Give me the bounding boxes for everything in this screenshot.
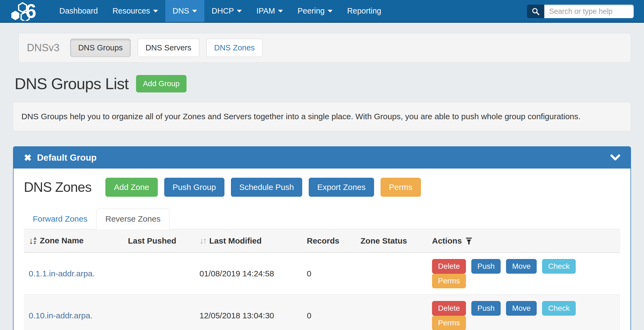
move-button[interactable]: Move <box>506 301 536 316</box>
description-well: DNS Groups help you to organize all of y… <box>13 102 631 131</box>
table-header-row: ↓AZ Zone Name Last Pushed ↓↑ Last Modifi… <box>24 229 620 253</box>
main-content: DNSv3 DNS Groups DNS Servers DNS Zones D… <box>0 33 644 330</box>
check-button[interactable]: Check <box>542 259 575 274</box>
global-search <box>527 5 634 18</box>
nav-item-dns[interactable]: DNS <box>165 0 204 22</box>
zones-tabs: Forward Zones Reverse Zones <box>24 209 620 229</box>
chevron-down-icon[interactable] <box>610 154 620 161</box>
add-group-button[interactable]: Add Group <box>136 75 186 92</box>
col-zone-status[interactable]: Zone Status <box>358 229 429 253</box>
filter-icon[interactable] <box>466 237 472 244</box>
dns-groups-button[interactable]: DNS Groups <box>70 39 130 57</box>
push-button[interactable]: Push <box>471 301 501 316</box>
nav-item-dashboard[interactable]: Dashboard <box>52 0 105 22</box>
caret-down-icon <box>237 10 242 12</box>
push-button[interactable]: Push <box>471 259 501 274</box>
col-records[interactable]: Records <box>304 229 358 253</box>
default-group-panel: ✖ Default Group DNS Zones Add Zone Push … <box>13 146 631 330</box>
caret-down-icon <box>192 10 197 12</box>
zones-table: ↓AZ Zone Name Last Pushed ↓↑ Last Modifi… <box>24 229 620 330</box>
push-group-button[interactable]: Push Group <box>164 178 224 197</box>
section-title: DNS Zones <box>24 179 91 195</box>
col-zone-name[interactable]: ↓AZ Zone Name <box>24 229 125 253</box>
tab-reverse-zones[interactable]: Reverse Zones <box>96 209 169 229</box>
page-title: DNS Groups List <box>15 75 128 93</box>
close-icon[interactable]: ✖ <box>24 152 32 163</box>
perms-button[interactable]: Perms <box>432 316 466 330</box>
actions-cell: Delete Push Move Check Perms <box>429 295 620 330</box>
last-modified-cell: 12/05/2018 13:04:30 <box>197 295 304 330</box>
search-button[interactable] <box>527 5 544 18</box>
last-modified-cell: 01/08/2019 14:24:58 <box>197 253 304 295</box>
group-panel-body: DNS Zones Add Zone Push Group Schedule P… <box>14 169 630 330</box>
col-last-modified[interactable]: ↓↑ Last Modified <box>197 229 304 253</box>
group-perms-button[interactable]: Perms <box>381 178 421 197</box>
nav-item-peering[interactable]: Peering <box>290 0 340 22</box>
check-button[interactable]: Check <box>542 301 575 316</box>
col-last-pushed[interactable]: Last Pushed <box>125 229 197 253</box>
add-zone-button[interactable]: Add Zone <box>105 178 157 197</box>
subnav-title: DNSv3 <box>27 42 59 54</box>
zone-link[interactable]: 0.10.in-addr.arpa. <box>29 311 92 320</box>
nav-item-dhcp[interactable]: DHCP <box>204 0 249 22</box>
dnsv3-subnav: DNSv3 DNS Groups DNS Servers DNS Zones <box>18 33 631 63</box>
caret-down-icon <box>153 10 158 12</box>
perms-button[interactable]: Perms <box>432 274 466 288</box>
nav-item-resources[interactable]: Resources <box>105 0 165 22</box>
caret-down-icon <box>328 10 333 12</box>
group-panel-title: Default Group <box>37 153 97 163</box>
brand-number: 6 <box>25 0 36 22</box>
export-zones-button[interactable]: Export Zones <box>309 178 374 197</box>
delete-button[interactable]: Delete <box>432 259 466 274</box>
sort-alpha-asc-icon[interactable]: ↓AZ <box>29 237 37 245</box>
nav-item-ipam[interactable]: IPAM <box>249 0 290 22</box>
sort-icon[interactable]: ↓↑ <box>199 236 206 246</box>
zone-status-cell <box>358 295 429 330</box>
dns-zones-section-header: DNS Zones Add Zone Push Group Schedule P… <box>24 178 620 197</box>
description-text: DNS Groups help you to organize all of y… <box>21 112 581 121</box>
tab-forward-zones[interactable]: Forward Zones <box>24 209 96 229</box>
search-input[interactable] <box>544 5 634 18</box>
delete-button[interactable]: Delete <box>432 301 466 316</box>
brand-logo[interactable]: 6 <box>0 0 45 22</box>
main-nav: Dashboard Resources DNS DHCP IPAM Peerin… <box>52 0 388 22</box>
dns-servers-button[interactable]: DNS Servers <box>138 39 199 57</box>
top-navbar: 6 Dashboard Resources DNS DHCP IPAM Peer… <box>0 0 644 23</box>
table-row: 0.1.1.in-addr.arpa. 01/08/2019 14:24:58 … <box>24 253 620 295</box>
search-icon <box>532 7 540 15</box>
nav-item-reporting[interactable]: Reporting <box>340 0 389 22</box>
actions-cell: Delete Push Move Check Perms <box>429 253 620 295</box>
caret-down-icon <box>278 10 283 12</box>
zone-link[interactable]: 0.1.1.in-addr.arpa. <box>29 269 95 278</box>
col-actions: Actions <box>429 229 620 253</box>
dns-zones-button[interactable]: DNS Zones <box>206 39 263 57</box>
records-cell: 0 <box>304 295 358 330</box>
last-pushed-cell <box>125 295 197 330</box>
last-pushed-cell <box>125 253 197 295</box>
records-cell: 0 <box>304 253 358 295</box>
page-title-row: DNS Groups List Add Group <box>15 75 631 93</box>
move-button[interactable]: Move <box>506 259 536 274</box>
table-row: 0.10.in-addr.arpa. 12/05/2018 13:04:30 0… <box>24 295 620 330</box>
zone-status-cell <box>358 253 429 295</box>
group-panel-header[interactable]: ✖ Default Group <box>14 147 630 169</box>
schedule-push-button[interactable]: Schedule Push <box>231 178 302 197</box>
